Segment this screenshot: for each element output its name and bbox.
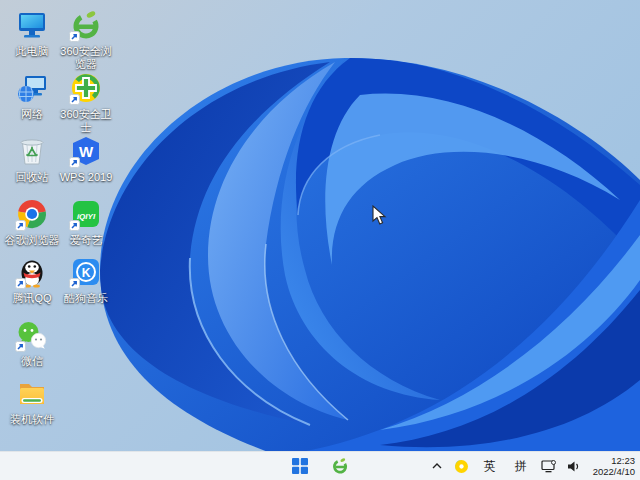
clock[interactable]: 12:23 2022/4/10	[591, 455, 635, 477]
desktop-icon-label: WPS 2019	[60, 171, 113, 184]
kugou-music-icon: K	[69, 255, 103, 289]
360-browser-icon	[69, 8, 103, 42]
desktop[interactable]: 此电脑 360安全浏览器 网络	[0, 0, 640, 480]
taskbar-360-browser-button[interactable]	[328, 454, 352, 478]
system-tray: 英 拼 12:23 2022/4/10	[429, 452, 638, 480]
network-icon	[541, 460, 556, 473]
this-pc-icon	[15, 8, 49, 42]
desktop-icon-label: 回收站	[16, 171, 49, 184]
ime-mode-indicator[interactable]: 拼	[510, 455, 532, 477]
desktop-icon-kugou[interactable]: K 酷狗音乐	[58, 255, 114, 305]
desktop-icon-label: 腾讯QQ	[12, 292, 51, 305]
tray-360-guard[interactable]	[454, 455, 470, 477]
desktop-icon-label: 酷狗音乐	[64, 292, 108, 305]
svg-text:K: K	[82, 266, 91, 280]
windows-start-icon	[292, 458, 308, 474]
network-status[interactable]	[541, 455, 557, 477]
360-tray-icon	[455, 460, 468, 473]
tencent-qq-icon	[15, 255, 49, 289]
chrome-icon	[15, 197, 49, 231]
clock-time: 12:23	[593, 455, 635, 466]
desktop-icon-software-folder[interactable]: 装机软件	[4, 376, 60, 426]
desktop-icon-label: 谷歌浏览器	[5, 234, 60, 247]
volume-status[interactable]	[566, 455, 582, 477]
desktop-icon-label: 360安全浏览器	[58, 45, 114, 71]
wechat-icon	[15, 318, 49, 352]
desktop-icon-label: 装机软件	[10, 413, 54, 426]
360-safety-guard-icon	[69, 71, 103, 105]
desktop-icon-iqiyi[interactable]: iQIYI 爱奇艺	[58, 197, 114, 247]
desktop-icon-wps[interactable]: W WPS 2019	[58, 134, 114, 184]
desktop-icon-label: 此电脑	[16, 45, 49, 58]
taskbar: 英 拼 12:23 2022/4/10	[0, 451, 640, 480]
desktop-icon-network[interactable]: 网络	[4, 71, 60, 121]
desktop-icon-this-pc[interactable]: 此电脑	[4, 8, 60, 58]
desktop-icon-chrome[interactable]: 谷歌浏览器	[4, 197, 60, 247]
wps-2019-icon: W	[69, 134, 103, 168]
desktop-icon-recycle-bin[interactable]: 回收站	[4, 134, 60, 184]
language-indicator[interactable]: 英	[479, 455, 501, 477]
desktop-icon-label: 微信	[21, 355, 43, 368]
desktop-icon-label: 360安全卫士	[58, 108, 114, 134]
iqiyi-icon: iQIYI	[69, 197, 103, 231]
desktop-icon-qq[interactable]: 腾讯QQ	[4, 255, 60, 305]
chevron-up-icon	[431, 461, 443, 471]
desktop-icon-label: 网络	[21, 108, 43, 121]
hidden-icons-button[interactable]	[429, 455, 445, 477]
desktop-icon-360-guard[interactable]: 360安全卫士	[58, 71, 114, 134]
desktop-icon-wechat[interactable]: 微信	[4, 318, 60, 368]
desktop-icon-360-browser[interactable]: 360安全浏览器	[58, 8, 114, 71]
svg-text:W: W	[79, 143, 94, 160]
speaker-icon	[567, 460, 581, 473]
start-button[interactable]	[288, 454, 312, 478]
desktop-icon-label: 爱奇艺	[70, 234, 103, 247]
clock-date: 2022/4/10	[593, 466, 635, 477]
folder-icon	[15, 376, 49, 410]
360-browser-icon	[331, 457, 349, 475]
recycle-bin-icon	[15, 134, 49, 168]
network-icon	[15, 71, 49, 105]
